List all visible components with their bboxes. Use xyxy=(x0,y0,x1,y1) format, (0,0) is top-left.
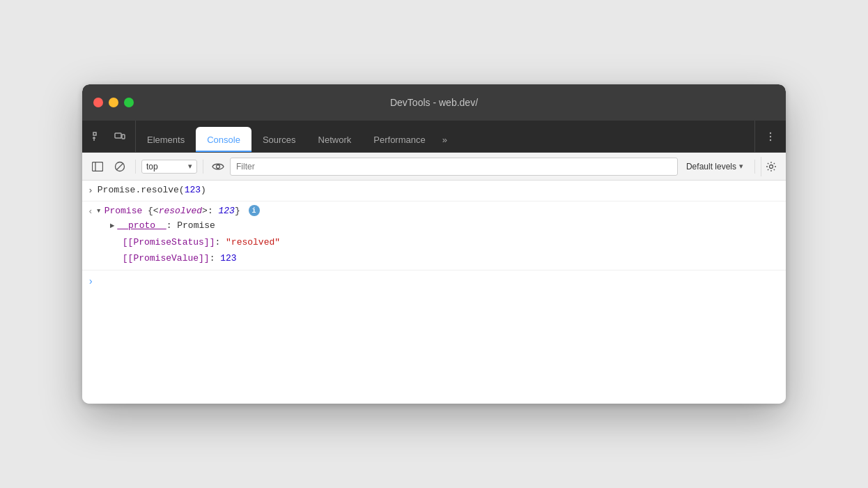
filter-section xyxy=(209,158,678,176)
window-title: DevTools - web.dev/ xyxy=(390,97,478,108)
tabs-container: Elements Console Sources Network Perform… xyxy=(136,121,754,152)
console-input-line[interactable]: › xyxy=(82,270,786,293)
close-button[interactable] xyxy=(93,98,103,107)
promise-resolve-text: Promise.resolve(123) xyxy=(98,185,206,195)
promise-brace-mid: >: xyxy=(202,206,218,216)
console-entry-1: › Promise.resolve(123) xyxy=(82,181,786,201)
promise-status-value: "resolved" xyxy=(226,237,280,247)
promise-brace-close: } xyxy=(235,206,240,216)
tab-performance[interactable]: Performance xyxy=(362,127,436,152)
svg-line-8 xyxy=(116,163,123,170)
tab-console[interactable]: Console xyxy=(196,127,251,152)
tab-bar-icons xyxy=(82,121,136,152)
promise-keyword: Promise xyxy=(104,206,148,216)
proto-line: ► __proto__: Promise xyxy=(96,218,780,234)
default-levels-button[interactable]: Default levels ▾ xyxy=(681,160,749,173)
title-bar: DevTools - web.dev/ xyxy=(82,84,786,121)
entry-2-back-arrow[interactable]: ‹ xyxy=(88,205,93,219)
console-toolbar: top ▾ Default levels ▾ xyxy=(82,153,786,181)
promise-resolved-key: resolved xyxy=(159,206,202,216)
tab-bar: Elements Console Sources Network Perform… xyxy=(82,121,786,153)
entry-1-content: Promise.resolve(123) xyxy=(98,183,780,197)
console-entry-2: ‹ ▾ Promise {<resolved>: 123} i ► __prot… xyxy=(82,201,786,270)
tab-sources[interactable]: Sources xyxy=(251,127,307,152)
inspect-element-icon[interactable] xyxy=(88,127,107,146)
toolbar-divider-1 xyxy=(135,160,136,174)
promise-value-key: [[PromiseValue]] xyxy=(123,253,210,264)
traffic-lights xyxy=(93,98,134,107)
promise-object: ▾ Promise {<resolved>: 123} i ► __proto_… xyxy=(96,204,780,267)
settings-icon[interactable] xyxy=(761,157,780,176)
clear-console-icon[interactable] xyxy=(110,157,130,176)
promise-brace-open: {< xyxy=(148,206,159,216)
maximize-button[interactable] xyxy=(124,98,134,107)
devtools-menu-icon[interactable] xyxy=(761,127,780,146)
filter-input[interactable] xyxy=(230,158,678,176)
proto-separator: : Promise xyxy=(166,219,215,233)
context-value: top xyxy=(146,162,185,171)
svg-rect-0 xyxy=(115,133,121,138)
cursor-arrow: › xyxy=(88,275,93,289)
promise-status-line: [[PromiseStatus]]: "resolved" xyxy=(96,234,780,251)
promise-value-num: 123 xyxy=(220,253,236,264)
eye-icon[interactable] xyxy=(212,160,224,173)
promise-expand-arrow[interactable]: ▾ xyxy=(96,204,102,218)
promise-status-colon: : xyxy=(215,237,226,247)
svg-rect-5 xyxy=(93,162,103,171)
svg-rect-1 xyxy=(122,135,125,139)
toolbar-divider-2 xyxy=(203,160,203,174)
entry-1-arrow[interactable]: › xyxy=(88,184,93,198)
promise-resolved-value: 123 xyxy=(219,206,235,216)
svg-point-4 xyxy=(770,139,771,140)
more-tabs-button[interactable]: » xyxy=(437,127,453,152)
promise-value-line: [[PromiseValue]]: 123 xyxy=(96,250,780,267)
context-dropdown-arrow: ▾ xyxy=(188,162,192,171)
device-toolbar-icon[interactable] xyxy=(110,127,130,146)
tab-elements[interactable]: Elements xyxy=(136,127,196,152)
proto-key[interactable]: __proto__ xyxy=(117,219,166,233)
sidebar-toggle-icon[interactable] xyxy=(88,157,107,176)
console-area: › Promise.resolve(123) ‹ ▾ Promise {<res… xyxy=(82,181,786,404)
toolbar-divider-3 xyxy=(754,160,755,174)
promise-value-colon: : xyxy=(210,253,221,264)
promise-status-key: [[PromiseStatus]] xyxy=(123,237,215,247)
tab-network[interactable]: Network xyxy=(307,127,363,152)
minimize-button[interactable] xyxy=(109,98,118,107)
devtools-window: DevTools - web.dev/ Elements xyxy=(82,84,786,404)
svg-point-3 xyxy=(770,135,771,137)
svg-point-9 xyxy=(217,165,220,169)
proto-expand-arrow[interactable]: ► xyxy=(110,220,115,232)
svg-point-10 xyxy=(769,165,773,168)
tab-bar-menu xyxy=(754,121,786,152)
context-selector[interactable]: top ▾ xyxy=(141,160,197,174)
info-badge[interactable]: i xyxy=(249,205,260,216)
promise-label: Promise {<resolved>: 123} i xyxy=(104,204,260,218)
svg-point-2 xyxy=(770,132,771,133)
